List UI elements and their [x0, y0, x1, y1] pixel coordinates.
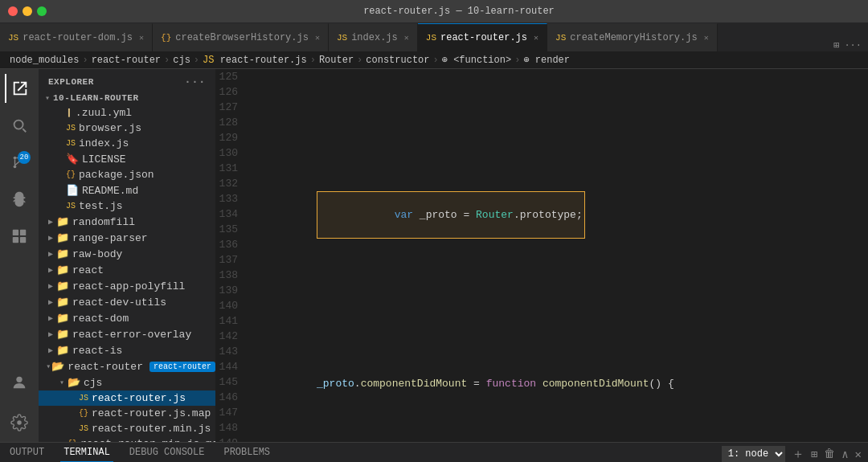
file-icon-json: {}	[66, 170, 76, 179]
tree-react-router-folder[interactable]: ▾ 📂 react-router react-router	[39, 358, 215, 374]
file-icon-react-router: JS	[79, 394, 88, 403]
chevron-up-icon[interactable]: ∧	[841, 448, 848, 461]
svg-point-0	[14, 157, 17, 160]
activity-explorer[interactable]	[5, 74, 34, 103]
js-file-icon: JS	[8, 33, 18, 43]
activity-git[interactable]: 20	[5, 148, 34, 177]
tree-range-parser[interactable]: ▶ 📁 range-parser	[39, 230, 215, 246]
tree-zuulyml[interactable]: ❙ .zuul.yml	[39, 104, 215, 121]
sidebar-header: EXPLORER ···	[39, 69, 215, 92]
tree-react-error-overlay[interactable]: ▶ 📁 react-error-overlay	[39, 326, 215, 342]
breadcrumb-constructor[interactable]: constructor	[366, 55, 429, 66]
split-editor-icon[interactable]: ⊞	[833, 39, 839, 51]
tab-close-icon[interactable]: ✕	[139, 33, 144, 43]
folder-icon3: 📁	[56, 247, 69, 260]
window-title: react-router.js — 10-learn-router	[58, 6, 860, 17]
tree-react-app-polyfill[interactable]: ▶ 📁 react-app-polyfill	[39, 278, 215, 294]
tab-close-icon[interactable]: ✕	[315, 33, 320, 43]
more-tabs-icon[interactable]: ···	[844, 40, 862, 51]
tab-output[interactable]: OUTPUT	[6, 447, 47, 462]
tab-label: react-router.js	[440, 32, 527, 43]
tree-browserjs[interactable]: JS browser.js	[39, 121, 215, 136]
tab-label: createBrowserHistory.js	[175, 32, 309, 43]
activity-account[interactable]	[5, 368, 34, 397]
line-numbers: 125 126 127 128 129 130 131 132 133 134 …	[215, 69, 248, 442]
tree-cjs-folder[interactable]: ▾ 📂 cjs	[39, 374, 215, 390]
tab-creatememoryhistory[interactable]: JS createMemoryHistory.js ✕	[547, 23, 718, 51]
tree-raw-body[interactable]: ▶ 📁 raw-body	[39, 246, 215, 262]
tab-label: createMemoryHistory.js	[570, 32, 697, 43]
tab-index[interactable]: JS index.js ✕	[329, 23, 418, 51]
minimize-button[interactable]	[23, 6, 32, 16]
tab-close-icon[interactable]: ✕	[404, 33, 409, 43]
tree-react-is[interactable]: ▶ 📁 react-is	[39, 342, 215, 358]
maximize-button[interactable]	[37, 6, 47, 16]
tree-license[interactable]: 🔖 LICENSE	[39, 151, 215, 167]
js-file-icon: JS	[555, 33, 566, 43]
tree-react-router-min-js[interactable]: JS react-router.min.js	[39, 421, 215, 436]
breadcrumb-file[interactable]: JS react-router.js	[203, 55, 307, 66]
svg-rect-5	[13, 237, 18, 243]
root-label: 10-LEARN-ROUTER	[53, 93, 139, 103]
tree-react-dom[interactable]: ▶ 📁 react-dom	[39, 310, 215, 326]
breadcrumb-render[interactable]: ⊕ render	[523, 54, 570, 66]
tab-close-icon[interactable]: ✕	[534, 33, 538, 43]
editor-content: 125 126 127 128 129 130 131 132 133 134 …	[215, 69, 868, 442]
breadcrumb: node_modules › react-router › cjs › JS r…	[0, 51, 868, 69]
svg-rect-6	[20, 237, 26, 243]
activity-search[interactable]	[5, 111, 34, 140]
tab-debug-console[interactable]: DEBUG CONSOLE	[126, 447, 208, 462]
activity-extensions[interactable]	[5, 222, 34, 251]
file-icon-yaml: ❙	[66, 106, 72, 119]
file-icon-license: 🔖	[66, 153, 79, 166]
close-panel-icon[interactable]: ✕	[855, 448, 862, 461]
breadcrumb-cjs[interactable]: cjs	[173, 55, 190, 66]
folder-icon: 📁	[56, 215, 69, 228]
activity-settings[interactable]	[5, 408, 34, 437]
traffic-lights	[8, 6, 47, 16]
tree-react-router-min-js-map[interactable]: {} react-router.min.js.map	[39, 436, 215, 442]
close-button[interactable]	[8, 6, 18, 16]
plus-icon[interactable]: ＋	[792, 446, 805, 463]
tab-close-icon[interactable]: ✕	[704, 33, 709, 43]
tab-terminal[interactable]: TERMINAL	[60, 447, 113, 462]
file-icon-min: JS	[79, 424, 88, 433]
tree-testjs[interactable]: JS test.js	[39, 198, 215, 214]
tab-createbrowserhistory[interactable]: {} createBrowserHistory.js ✕	[153, 23, 329, 51]
breadcrumb-node-modules[interactable]: node_modules	[10, 55, 79, 66]
code-area[interactable]: var _proto = Router.prototype; _proto.co…	[248, 69, 868, 442]
tab-label: react-router-dom.js	[23, 32, 133, 43]
tab-problems[interactable]: PROBLEMS	[220, 447, 273, 462]
split-panel-icon[interactable]: ⊞	[811, 448, 817, 461]
tree-readmemd[interactable]: 📄 README.md	[39, 182, 215, 198]
breadcrumb-function[interactable]: ⊕ <function>	[442, 54, 511, 66]
activity-debug[interactable]	[5, 185, 34, 214]
tree-react-router-js[interactable]: JS react-router.js	[39, 390, 215, 406]
trash-icon[interactable]: 🗑	[824, 448, 835, 460]
code-line-127	[254, 300, 868, 315]
node-version-select[interactable]: 1: node	[722, 446, 785, 462]
tree-react[interactable]: ▶ 📁 react	[39, 262, 215, 278]
folder-icon2: 📁	[56, 231, 69, 244]
file-icon-js2: JS	[66, 139, 76, 148]
editor[interactable]: 125 126 127 128 129 130 131 132 133 134 …	[215, 69, 868, 442]
tab-react-router-dom[interactable]: JS react-router-dom.js ✕	[0, 23, 153, 51]
tree-react-dev-utils[interactable]: ▶ 📁 react-dev-utils	[39, 294, 215, 310]
tree-react-router-js-map[interactable]: {} react-router.js.map	[39, 406, 215, 421]
main-layout: 20 EXPLORER ··· ▾ 10-LEARN-ROUTER	[0, 69, 868, 442]
tab-react-router[interactable]: JS react-router.js ✕	[418, 23, 547, 51]
breadcrumb-react-router[interactable]: react-router	[92, 55, 161, 66]
tree-packagejson[interactable]: {} package.json	[39, 167, 215, 182]
json-file-icon: {}	[161, 33, 171, 43]
react-router-tooltip: react-router	[149, 362, 215, 372]
folder-icon4: 📁	[56, 264, 69, 276]
folder-icon5: 📁	[56, 280, 69, 292]
tree-indexjs[interactable]: JS index.js	[39, 136, 215, 151]
tree-randomfill[interactable]: ▶ 📁 randomfill	[39, 214, 215, 230]
svg-point-2	[14, 166, 17, 169]
tree-root-folder[interactable]: ▾ 10-LEARN-ROUTER	[39, 92, 215, 104]
explorer-label: EXPLORER	[48, 77, 94, 87]
js-file-icon: JS	[426, 33, 436, 43]
breadcrumb-router[interactable]: Router	[319, 55, 354, 66]
sidebar-more-icon[interactable]: ···	[184, 76, 206, 88]
